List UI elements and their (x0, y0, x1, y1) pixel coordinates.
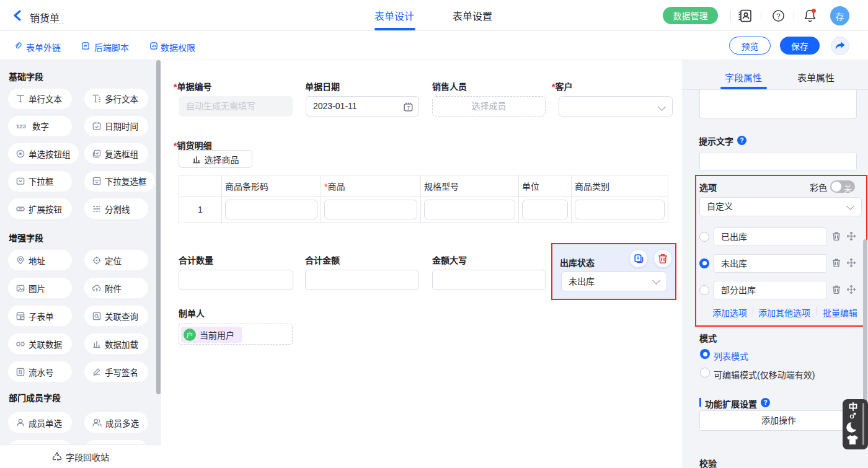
svg-text:123: 123 (16, 123, 26, 130)
svg-text:?: ? (763, 399, 767, 406)
svg-text:?: ? (776, 12, 780, 20)
svg-text:?: ? (740, 137, 743, 144)
svg-text:7: 7 (407, 105, 410, 111)
